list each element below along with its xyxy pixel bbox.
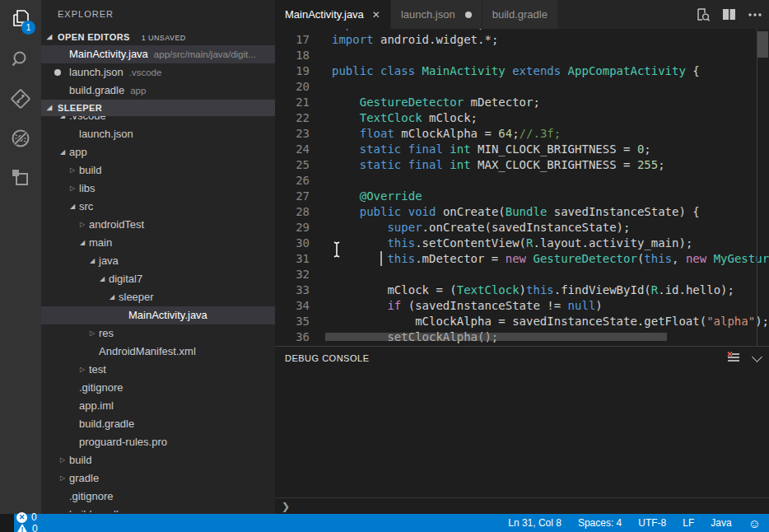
tree-item[interactable]: ▷libs: [41, 180, 275, 198]
tree-item[interactable]: ▷androidTest: [41, 216, 275, 234]
open-editor-item[interactable]: MainActivity.javaapp/src/main/java/digit…: [41, 45, 275, 63]
chevron-expanded-icon: ◢: [80, 234, 85, 252]
code-line[interactable]: 24 static final int MIN_CLOCK_BRIGHTNESS…: [275, 142, 769, 157]
tree-item[interactable]: proguard-rules.pro: [41, 433, 275, 451]
status-language-mode[interactable]: Java: [711, 517, 731, 529]
debug-bug-icon: [9, 127, 32, 150]
code-line[interactable]: 29 super.onCreate(savedInstanceState);: [275, 220, 769, 236]
tree-item[interactable]: app.iml: [41, 397, 275, 415]
code-text: if (savedInstanceState != null): [332, 298, 603, 314]
tree-item-label: .gitignore: [69, 488, 113, 506]
code-line[interactable]: 35 mClockAlpha = savedInstanceState.getF…: [275, 314, 769, 329]
tree-item[interactable]: AndroidManifest.xml: [41, 343, 275, 361]
tree-item-label: libs: [79, 180, 96, 198]
chevron-expanded-icon: ◢: [90, 252, 95, 270]
code-line[interactable]: 26: [275, 173, 769, 189]
status-encoding[interactable]: UTF-8: [638, 517, 666, 529]
code-line[interactable]: 28 public void onCreate(Bundle savedInst…: [275, 204, 769, 220]
code-line[interactable]: 33 mClock = (TextClock)this.findViewById…: [275, 282, 769, 298]
tree-item[interactable]: ◢src: [41, 198, 275, 216]
tree-item[interactable]: ▷gradle: [41, 469, 275, 488]
tree-item-label: gradle: [69, 469, 99, 488]
close-panel-chevron-icon[interactable]: [753, 356, 761, 361]
tree-item[interactable]: launch.json: [41, 125, 275, 143]
tree-item-label: sleeper: [119, 288, 154, 306]
open-editor-path: .vscode: [129, 68, 162, 77]
open-editors-header[interactable]: ◢ OPEN EDITORS1 UNSAVED: [41, 29, 275, 45]
debug-console-input[interactable]: ❯: [275, 497, 769, 514]
vertical-scrollbar[interactable]: [757, 31, 768, 58]
tree-item-label: build.gradle: [79, 415, 134, 433]
tree-item[interactable]: ▷test: [41, 361, 275, 379]
tab-build.gradle[interactable]: build.gradle: [482, 0, 558, 29]
tab-label: launch.json: [401, 8, 455, 21]
activitybar-extensions[interactable]: [0, 158, 41, 198]
code-line[interactable]: 18: [275, 48, 769, 63]
sidebar-title: EXPLORER: [41, 0, 275, 29]
code-line[interactable]: 21 GestureDetector mDetector;: [275, 95, 769, 110]
tree-item[interactable]: .gitignore: [41, 379, 275, 397]
tree-item[interactable]: ◢sleeper: [41, 288, 275, 306]
chevron-collapsed-icon: ▷: [90, 324, 95, 343]
warning-icon: !: [16, 524, 28, 532]
tree-item-label: MainActivity.java: [128, 306, 207, 324]
line-number: 21: [275, 95, 310, 110]
tree-item-label: build: [79, 161, 101, 180]
more-actions-icon[interactable]: [748, 12, 762, 17]
tree-item[interactable]: ◢.vscode: [41, 116, 275, 125]
open-preview-icon[interactable]: [696, 7, 711, 22]
tab-launch.json[interactable]: launch.json: [391, 0, 482, 29]
code-editor[interactable]: 16import android.view.*;17import android…: [275, 29, 769, 346]
split-editor-icon[interactable]: [722, 8, 736, 21]
code-line[interactable]: 32: [275, 267, 769, 282]
code-line[interactable]: 25 static final int MAX_CLOCK_BRIGHTNESS…: [275, 157, 769, 173]
code-line[interactable]: 23 float mClockAlpha = 64;//.3f;: [275, 126, 769, 142]
code-line[interactable]: 19public class MainActivity extends AppC…: [275, 63, 769, 79]
tree-item[interactable]: ▷build: [41, 451, 275, 469]
tree-item[interactable]: ◢java: [41, 252, 275, 270]
activitybar-source-control[interactable]: [0, 79, 41, 119]
horizontal-scrollbar[interactable]: [325, 333, 667, 341]
tree-item[interactable]: MainActivity.java: [41, 306, 275, 324]
activitybar-debug[interactable]: [0, 119, 41, 158]
status-cursor-position[interactable]: Ln 31, Col 8: [508, 517, 562, 529]
open-editors-label: OPEN EDITORS: [58, 32, 130, 42]
tree-item[interactable]: build.gradle: [41, 415, 275, 433]
project-section-header[interactable]: ◢ SLEEPER: [41, 100, 275, 116]
activitybar-explorer[interactable]: 1: [0, 0, 41, 40]
file-tree: ◢.vscodelaunch.json◢app▷build▷libs◢src▷a…: [41, 116, 275, 512]
status-bar: ✕0!0 Ln 31, Col 8Spaces: 4UTF-8LFJava☺: [0, 514, 769, 532]
tree-item[interactable]: ▷build: [41, 161, 275, 180]
code-line[interactable]: 22 TextClock mClock;: [275, 110, 769, 126]
open-editor-item[interactable]: launch.json.vscode: [41, 63, 275, 82]
tab-label: MainActivity.java: [285, 8, 364, 21]
statusbar-left-notch: [0, 514, 14, 532]
status-errors[interactable]: ✕0: [16, 511, 38, 523]
tree-item[interactable]: ◢main: [41, 234, 275, 252]
chevron-collapsed-icon: ▷: [80, 216, 85, 234]
code-text: static final int MAX_CLOCK_BRIGHTNESS = …: [332, 157, 665, 173]
code-line[interactable]: 17import android.widget.*;: [275, 32, 769, 48]
status-warnings[interactable]: !0: [16, 523, 38, 532]
line-number: 33: [275, 282, 310, 298]
code-line[interactable]: 34 if (savedInstanceState != null): [275, 298, 769, 314]
status-indentation[interactable]: Spaces: 4: [578, 517, 622, 529]
clear-console-icon[interactable]: [727, 352, 740, 364]
code-line[interactable]: 20: [275, 79, 769, 95]
tree-item[interactable]: ▷res: [41, 324, 275, 343]
tree-item[interactable]: build.gradle: [41, 506, 275, 512]
close-icon[interactable]: ✕: [372, 9, 380, 21]
tab-MainActivity.java[interactable]: MainActivity.java✕: [275, 0, 391, 29]
open-editor-item[interactable]: build.gradleapp: [41, 82, 275, 100]
tree-item[interactable]: ◢app: [41, 143, 275, 161]
line-number: 19: [275, 63, 310, 79]
code-line[interactable]: 30 this.setContentView(R.layout.activity…: [275, 236, 769, 251]
status-eol[interactable]: LF: [683, 517, 694, 529]
tree-item[interactable]: .gitignore: [41, 488, 275, 506]
activitybar-search[interactable]: [0, 40, 41, 79]
code-line[interactable]: 31 this.mDetector = new GestureDetector(…: [275, 251, 769, 267]
tree-item[interactable]: ◢digital7: [41, 270, 275, 288]
code-line[interactable]: 27 @Override: [275, 189, 769, 204]
status-feedback-smiley[interactable]: ☺: [748, 517, 761, 530]
status-count: 0: [32, 523, 38, 532]
